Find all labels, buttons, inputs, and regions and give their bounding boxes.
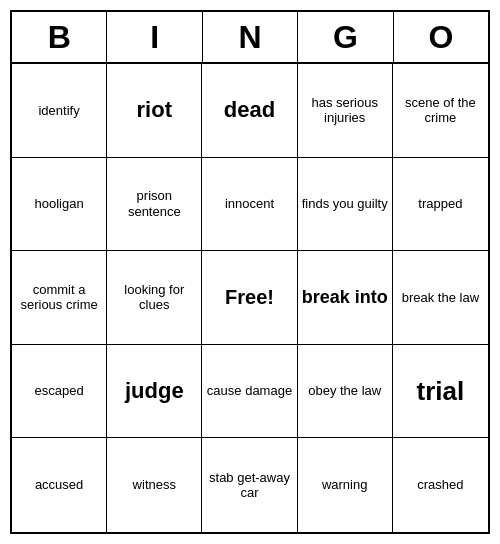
bingo-cell: witness bbox=[107, 438, 202, 532]
bingo-cell: judge bbox=[107, 345, 202, 439]
bingo-grid: identifyriotdeadhas serious injuriesscen… bbox=[12, 64, 488, 532]
bingo-cell: stab get-away car bbox=[202, 438, 297, 532]
bingo-cell: scene of the crime bbox=[393, 64, 488, 158]
bingo-cell: commit a serious crime bbox=[12, 251, 107, 345]
bingo-cell: warning bbox=[298, 438, 393, 532]
header-letter: I bbox=[107, 12, 202, 62]
bingo-cell: obey the law bbox=[298, 345, 393, 439]
bingo-cell: break the law bbox=[393, 251, 488, 345]
bingo-cell: identify bbox=[12, 64, 107, 158]
bingo-cell: Free! bbox=[202, 251, 297, 345]
bingo-cell: hooligan bbox=[12, 158, 107, 252]
bingo-cell: trial bbox=[393, 345, 488, 439]
bingo-cell: finds you guilty bbox=[298, 158, 393, 252]
bingo-cell: looking for clues bbox=[107, 251, 202, 345]
bingo-cell: crashed bbox=[393, 438, 488, 532]
bingo-cell: innocent bbox=[202, 158, 297, 252]
header-letter: G bbox=[298, 12, 393, 62]
bingo-card: BINGO identifyriotdeadhas serious injuri… bbox=[10, 10, 490, 534]
header-letter: B bbox=[12, 12, 107, 62]
bingo-cell: escaped bbox=[12, 345, 107, 439]
bingo-cell: accused bbox=[12, 438, 107, 532]
bingo-cell: prison sentence bbox=[107, 158, 202, 252]
bingo-cell: cause damage bbox=[202, 345, 297, 439]
bingo-cell: break into bbox=[298, 251, 393, 345]
bingo-cell: dead bbox=[202, 64, 297, 158]
bingo-cell: riot bbox=[107, 64, 202, 158]
header-letter: N bbox=[203, 12, 298, 62]
bingo-cell: has serious injuries bbox=[298, 64, 393, 158]
bingo-cell: trapped bbox=[393, 158, 488, 252]
bingo-header: BINGO bbox=[12, 12, 488, 64]
header-letter: O bbox=[394, 12, 488, 62]
